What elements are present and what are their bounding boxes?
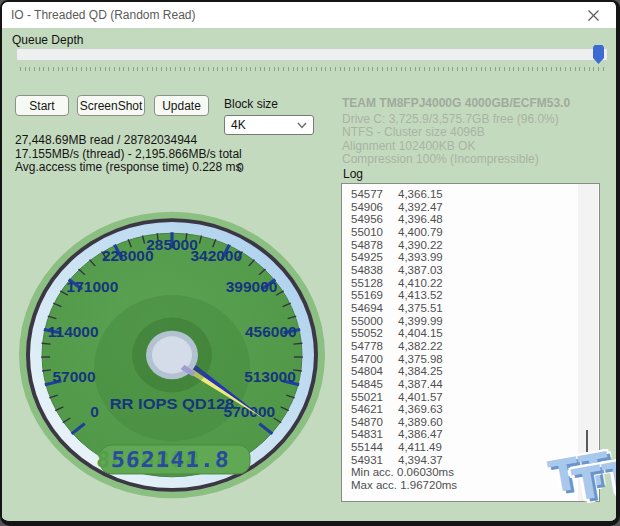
log-row: 548784,390.22 [351,239,457,252]
svg-text:342000: 342000 [190,247,242,263]
log-min-acc: Min acc. 0.06030ms [351,466,457,479]
close-icon [588,10,599,21]
log-row: 550524,404.15 [351,327,457,340]
start-button[interactable]: Start [15,95,69,116]
iops-gauge: 0570001140001710002280002850003420003990… [16,207,332,503]
drive-info-panel: TEAM TM8FPJ4000G 4000GB/ECFM53.0 Drive C… [342,97,570,166]
svg-text:57000: 57000 [52,368,95,384]
stats-panel: 27,448.69MB read / 28782034944 17.155MB/… [15,134,242,175]
window-title: IO - Threaded QD (Random Read) [11,8,196,22]
stat-speed: 17.155MB/s (thread) - 2,195.866MB/s tota… [15,148,242,162]
chevron-down-icon [297,122,307,129]
queue-depth-label: Queue Depth [12,33,83,47]
drive-alignment: Alignment 102400KB OK [342,140,570,153]
stat-counter: 0 [237,161,244,175]
slider-tick-marks [20,67,604,71]
log-row: 551694,413.52 [351,289,457,302]
log-row: 549064,392.47 [351,201,457,214]
drive-model: TEAM TM8FPJ4000G 4000GB/ECFM53.0 [342,97,570,110]
log-row: 548704,389.60 [351,416,457,429]
queue-depth-slider-thumb[interactable] [593,45,604,64]
log-row: 551284,410.22 [351,277,457,290]
block-size-label: Block size [224,97,278,111]
update-button[interactable]: Update [154,95,209,116]
drive-filesystem: NTFS - Cluster size 4096B [342,126,570,139]
svg-text:171000: 171000 [67,279,119,295]
drive-compression: Compression 100% (Incompressible) [342,153,570,166]
svg-text:513000: 513000 [244,368,296,384]
svg-text:0: 0 [90,404,99,420]
block-size-select[interactable]: 4K [224,115,314,135]
stat-access-time: Avg.access time (response time) 0.228 ms [15,161,242,175]
log-max-acc: Max acc. 1.96720ms [351,479,457,492]
svg-text:399000: 399000 [226,279,278,295]
log-row: 547784,382.22 [351,340,457,353]
screenshot-button[interactable]: ScreenShot [77,95,145,116]
digital-readout-value: 562141.8 [110,447,230,472]
log-row: 546944,375.51 [351,302,457,315]
log-row: 545774,366.15 [351,188,457,201]
tweaktown-logo: TT TT [546,445,620,526]
app-window: IO - Threaded QD (Random Read) Queue Dep… [0,0,620,526]
svg-text:114000: 114000 [48,324,99,340]
log-row: 549254,393.99 [351,251,457,264]
logo-letter: TT [569,454,620,508]
log-row: 550214,401.57 [351,391,457,404]
log-label: Log [343,167,363,181]
queue-depth-slider-track[interactable] [16,48,608,61]
log-rows: 545774,366.15549064,392.47549564,396.485… [351,188,457,492]
log-row: 548384,387.03 [351,264,457,277]
client-area: Queue Depth Start ScreenShot Update Bloc… [2,28,616,521]
block-size-value: 4K [231,118,246,132]
svg-text:456000: 456000 [245,324,297,340]
log-row: 549314,394.37 [351,454,457,467]
log-row: 548454,387.44 [351,378,457,391]
log-row: 548314,386.47 [351,428,457,441]
log-row: 549564,396.48 [351,213,457,226]
log-row: 550004,399.99 [351,315,457,328]
log-row: 547004,375.98 [351,353,457,366]
log-row: 548044,384.25 [351,365,457,378]
log-row: 551444,411.49 [351,441,457,454]
title-bar: IO - Threaded QD (Random Read) [2,2,616,28]
stat-read-total: 27,448.69MB read / 28782034944 [15,134,242,148]
log-row: 550104,400.79 [351,226,457,239]
close-button[interactable] [576,2,610,28]
log-row: 546214,369.63 [351,403,457,416]
gauge-title: RR IOPS QD128 [110,396,235,412]
